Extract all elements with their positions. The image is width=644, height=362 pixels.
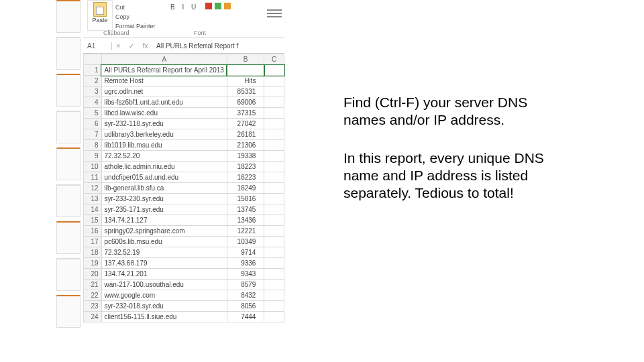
row-header[interactable]: 11 [84,172,102,183]
column-header-a[interactable]: A [101,54,227,65]
copy-button[interactable]: Copy [115,12,156,21]
cell-host[interactable]: www.google.com [101,290,227,301]
row-header[interactable]: 23 [84,301,102,312]
cell-host[interactable]: syr-232-018.syr.edu [101,301,227,312]
name-box[interactable]: A1 [83,42,112,50]
paste-button[interactable]: Paste [87,0,113,31]
row-header[interactable]: 3 [84,86,102,97]
cell-host[interactable]: 72.32.52.19 [101,247,227,258]
enter-formula-icon[interactable]: ✓ [129,42,134,50]
cell-hits[interactable]: 18223 [227,162,264,172]
row-header[interactable]: 16 [84,226,102,237]
cell-empty[interactable] [264,226,284,237]
row-header[interactable]: 19 [84,258,102,269]
row-header[interactable]: 8 [84,140,102,151]
row-header[interactable]: 20 [84,269,102,280]
table-row[interactable]: 24client156-115.ll.siue.edu7444 [84,312,284,322]
cell-host[interactable]: Remote Host [101,76,227,86]
row-header[interactable]: 14 [84,204,102,215]
cell-host[interactable]: syr-232-118.syr.edu [101,119,227,129]
column-header-b[interactable]: B [227,54,264,65]
cancel-formula-icon[interactable]: × [116,42,120,50]
table-row[interactable]: 23syr-232-018.syr.edu8056 [84,301,284,312]
cell-hits[interactable]: 12221 [227,226,264,237]
cell-empty[interactable] [264,269,284,280]
table-row[interactable]: 8lib1019.lib.msu.edu21306 [84,140,284,151]
alignment-group[interactable] [267,9,282,17]
cell-empty[interactable] [264,65,284,76]
cut-button[interactable]: Cut [115,3,156,12]
column-header-c[interactable]: C [264,54,284,65]
table-row[interactable]: 19137.43.68.1799336 [84,258,284,269]
table-row[interactable]: 7udlibrary3.berkeley.edu26181 [84,129,284,140]
cell-empty[interactable] [264,280,284,290]
spreadsheet-grid[interactable]: A B C 1All PURLs Referral Report for Apr… [83,54,284,322]
table-row[interactable]: 21wan-217-100.usouthal.edu8579 [84,280,284,290]
cell-hits[interactable]: 8432 [227,290,264,301]
table-row[interactable]: 15134.74.21.12713436 [84,215,284,226]
row-header[interactable]: 22 [84,290,102,301]
cell-host[interactable]: 72.32.52.20 [101,151,227,162]
cell-hits[interactable]: 16223 [227,172,264,183]
cell-host[interactable]: All PURLs Referral Report for April 2013 [101,65,227,76]
cell-empty[interactable] [264,97,284,108]
cell-empty[interactable] [264,172,284,183]
table-row[interactable]: 1All PURLs Referral Report for April 201… [84,65,284,76]
cell-empty[interactable] [264,237,284,247]
cell-empty[interactable] [264,290,284,301]
cell-empty[interactable] [264,247,284,258]
table-row[interactable]: 13syr-233-230.syr.edu15816 [84,194,284,204]
cell-hits[interactable]: 69006 [227,97,264,108]
row-header[interactable]: 13 [84,194,102,204]
fx-icon[interactable]: fx [143,42,148,50]
cell-hits[interactable]: 15816 [227,194,264,204]
cell-empty[interactable] [264,140,284,151]
table-row[interactable]: 10athole.lic.admin.niu.edu18223 [84,162,284,172]
cell-host[interactable]: client156-115.ll.siue.edu [101,312,227,322]
row-header[interactable]: 10 [84,162,102,172]
cell-host[interactable]: libs-fsz6bf1.unt.ad.unt.edu [101,97,227,108]
cell-host[interactable]: athole.lic.admin.niu.edu [101,162,227,172]
cell-host[interactable]: syr-233-230.syr.edu [101,194,227,204]
cell-hits[interactable]: 27042 [227,119,264,129]
table-row[interactable]: 20134.74.21.2019343 [84,269,284,280]
table-row[interactable]: 4libs-fsz6bf1.unt.ad.unt.edu69006 [84,97,284,108]
cell-empty[interactable] [264,76,284,86]
fill-color-swatch[interactable] [215,3,221,9]
cell-empty[interactable] [264,183,284,194]
row-header[interactable]: 15 [84,215,102,226]
cell-host[interactable]: ugrc.odln.net [101,86,227,97]
cell-host[interactable]: 134.74.21.201 [101,269,227,280]
cell-host[interactable]: 137.43.68.179 [101,258,227,269]
cell-host[interactable]: undcfiper015.ad.und.edu [101,172,227,183]
table-row[interactable]: 16springy02.springshare.com12221 [84,226,284,237]
cell-hits[interactable]: 19338 [227,151,264,162]
table-row[interactable]: 1872.32.52.199714 [84,247,284,258]
font-color-swatch[interactable] [205,3,212,9]
cell-host[interactable]: lib1019.lib.msu.edu [101,140,227,151]
row-header[interactable]: 1 [84,65,102,76]
row-header[interactable]: 9 [84,151,102,162]
bold-italic-underline[interactable]: B I U [170,3,199,11]
select-all-corner[interactable] [84,54,102,65]
cell-empty[interactable] [264,215,284,226]
cell-host[interactable]: wan-217-100.usouthal.edu [101,280,227,290]
row-header[interactable]: 5 [84,108,102,119]
cell-empty[interactable] [264,162,284,172]
cell-hits[interactable]: 8579 [227,280,264,290]
formula-value[interactable]: All PURLs Referral Report f [152,42,238,50]
cell-empty[interactable] [264,129,284,140]
cell-hits[interactable] [227,65,264,76]
row-header[interactable]: 24 [84,312,102,322]
cell-hits[interactable]: 37315 [227,108,264,119]
cell-hits[interactable]: 26181 [227,129,264,140]
table-row[interactable]: 6syr-232-118.syr.edu27042 [84,119,284,129]
table-row[interactable]: 11undcfiper015.ad.und.edu16223 [84,172,284,183]
table-row[interactable]: 22www.google.com8432 [84,290,284,301]
cell-empty[interactable] [264,151,284,162]
row-header[interactable]: 17 [84,237,102,247]
cell-empty[interactable] [264,86,284,97]
cell-empty[interactable] [264,194,284,204]
table-row[interactable]: 972.32.52.2019338 [84,151,284,162]
cell-hits[interactable]: 7444 [227,312,264,322]
